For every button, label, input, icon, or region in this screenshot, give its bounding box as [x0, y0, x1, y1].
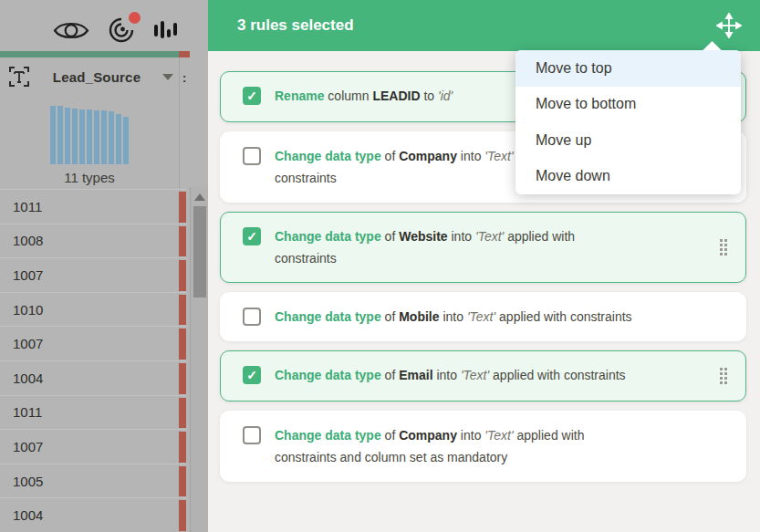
quality-valid-segment [0, 51, 179, 57]
value-row[interactable]: 1011 [0, 189, 186, 224]
checkbox-unchecked[interactable] [243, 147, 261, 165]
drag-handle-icon[interactable] [716, 364, 731, 388]
value-row[interactable]: 1004 [0, 497, 186, 532]
rules-header: 3 rules selected [208, 0, 760, 51]
scrollbar[interactable] [190, 187, 208, 532]
eye-icon[interactable] [53, 19, 89, 42]
value-row[interactable]: 1005 [0, 464, 186, 498]
invalid-stripe [179, 329, 186, 360]
histogram-bar [79, 110, 85, 164]
histogram-types-label: 11 types [64, 170, 115, 185]
histogram-bar [72, 109, 78, 164]
histogram-bar [94, 110, 99, 164]
checkbox-checked[interactable]: ✓ [243, 227, 261, 245]
rules-selected-title: 3 rules selected [237, 16, 716, 35]
value-row[interactable]: 1008 [0, 224, 186, 258]
invalid-stripe [179, 226, 186, 257]
rule-description: Change data type of Company into 'Text' … [275, 424, 632, 468]
histogram-bar [50, 106, 56, 164]
menu-item-move-down[interactable]: Move down [515, 159, 741, 195]
quality-invalid-segment [179, 51, 190, 57]
histogram-bar [87, 110, 92, 164]
histogram-bar [57, 106, 63, 164]
value-row[interactable]: 1011 [0, 395, 186, 430]
checkbox-unchecked[interactable] [243, 426, 261, 444]
value-row[interactable]: 1004 [0, 360, 186, 395]
invalid-stripe [179, 192, 186, 223]
column-preview-panel: Lead_Source : 11 types 10111008100710101… [0, 0, 208, 532]
invalid-stripe [179, 398, 186, 429]
cell-value: 1004 [13, 370, 43, 386]
rule-description: Change data type of Mobile into 'Text' a… [275, 306, 632, 328]
data-quality-bar [0, 51, 208, 57]
cell-value: 1010 [13, 302, 43, 318]
invalid-stripe [179, 260, 186, 291]
invalid-stripe [179, 432, 186, 463]
cell-value: 1007 [13, 439, 43, 454]
invalid-stripe [179, 466, 186, 497]
rule-card[interactable]: ✓Change data type of Website into 'Text'… [220, 212, 746, 283]
histogram-bar [123, 117, 129, 164]
checkbox-checked[interactable]: ✓ [243, 366, 261, 384]
text-type-icon [7, 65, 31, 89]
column-header[interactable]: Lead_Source [0, 57, 186, 96]
cell-value: 1011 [13, 199, 42, 214]
value-row[interactable]: 1010 [0, 292, 186, 327]
histogram-bar [101, 110, 107, 164]
cell-value: 1011 [13, 404, 42, 420]
histogram-bar [109, 111, 114, 164]
cell-value: 1004 [13, 507, 43, 523]
cell-value: 1008 [13, 233, 43, 248]
histogram-bar [116, 114, 121, 164]
histogram-bars [50, 104, 129, 164]
column-menu-caret-icon[interactable] [162, 74, 173, 80]
cell-value: 1007 [13, 336, 43, 351]
rule-card[interactable]: Change data type of Company into 'Text' … [220, 411, 746, 482]
rule-description: Change data type of Email into 'Text' ap… [275, 364, 632, 386]
drag-handle-icon[interactable] [716, 235, 731, 259]
value-row[interactable]: 1007 [0, 429, 186, 464]
value-row[interactable]: 1007 [0, 326, 186, 360]
notification-badge [129, 12, 141, 24]
column-values-list: 1011100810071010100710041011100710051004 [0, 189, 186, 532]
next-column-sliver: : [182, 71, 186, 85]
move-arrows-icon[interactable] [716, 13, 742, 38]
rule-card[interactable]: ✓Change data type of Email into 'Text' a… [220, 350, 746, 402]
cell-value: 1007 [13, 267, 43, 283]
value-row[interactable]: 1007 [0, 257, 186, 292]
column-toolbar [0, 9, 190, 51]
bar-chart-icon[interactable] [153, 17, 177, 43]
scrollbar-thumb[interactable] [193, 206, 206, 297]
rule-description: Change data type of Website into 'Text' … [275, 225, 632, 269]
menu-item-move-to-top[interactable]: Move to top [515, 50, 741, 87]
invalid-stripe [179, 363, 186, 394]
menu-item-move-up[interactable]: Move up [515, 122, 741, 159]
scrollbar-up-arrow-icon[interactable] [194, 193, 205, 201]
checkbox-unchecked[interactable] [243, 308, 261, 326]
histogram-bar [65, 108, 70, 164]
column-name: Lead_Source [31, 69, 162, 85]
invalid-stripe [179, 295, 186, 326]
menu-item-move-to-bottom[interactable]: Move to bottom [515, 87, 741, 123]
move-context-menu: Move to topMove to bottomMove upMove dow… [515, 50, 741, 194]
column-histogram: 11 types [0, 99, 179, 189]
checkbox-checked[interactable]: ✓ [243, 87, 261, 105]
cell-value: 1005 [13, 474, 43, 489]
rule-card[interactable]: Change data type of Mobile into 'Text' a… [220, 292, 746, 341]
target-icon[interactable] [107, 16, 136, 45]
invalid-stripe [179, 500, 186, 531]
